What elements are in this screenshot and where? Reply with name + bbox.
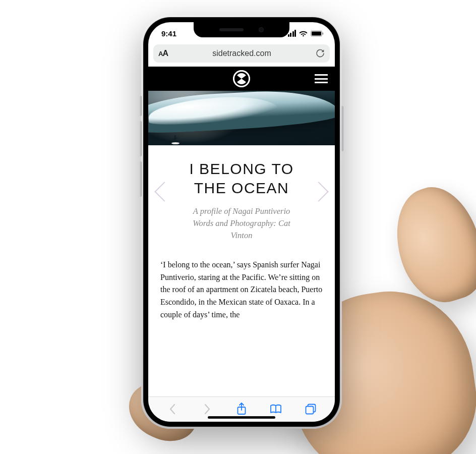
svg-point-4 [171,142,180,144]
wifi-icon [299,30,308,37]
reload-button[interactable] [316,48,325,59]
hero-image [148,91,335,145]
svg-rect-1 [312,31,321,35]
bookmarks-button[interactable] [268,402,283,417]
status-time: 9:41 [161,29,176,38]
text-size-button[interactable]: AA [158,49,168,58]
svg-point-6 [174,135,176,137]
article-byline: A profile of Nagai Puntiverio Words and … [159,205,324,242]
tabs-button[interactable] [303,402,318,417]
url-text[interactable]: sidetracked.com [172,49,312,58]
site-header [148,67,335,91]
article-headline: I BELONG TO THE OCEAN [159,159,324,197]
forward-button[interactable] [200,402,215,417]
menu-button[interactable] [315,74,328,83]
browser-chrome: AA sidetracked.com [148,44,335,67]
svg-rect-10 [306,406,313,414]
webpage-viewport[interactable]: I BELONG TO THE OCEAN A profile of Nagai… [148,67,335,396]
svg-rect-5 [174,137,176,141]
surfer-icon [171,134,180,144]
article-body: ‘I belong to the ocean,’ says Spanish su… [159,259,324,321]
site-logo[interactable] [233,70,250,87]
device-notch [194,22,289,37]
svg-rect-2 [323,32,324,35]
battery-icon [311,30,324,37]
share-button[interactable] [234,402,249,417]
iphone-device: 9:41 AA sidetracked.com [141,15,342,429]
home-indicator[interactable] [208,416,275,419]
article: I BELONG TO THE OCEAN A profile of Nagai… [148,145,335,321]
address-bar[interactable]: AA sidetracked.com [153,44,330,63]
back-button[interactable] [165,402,180,417]
